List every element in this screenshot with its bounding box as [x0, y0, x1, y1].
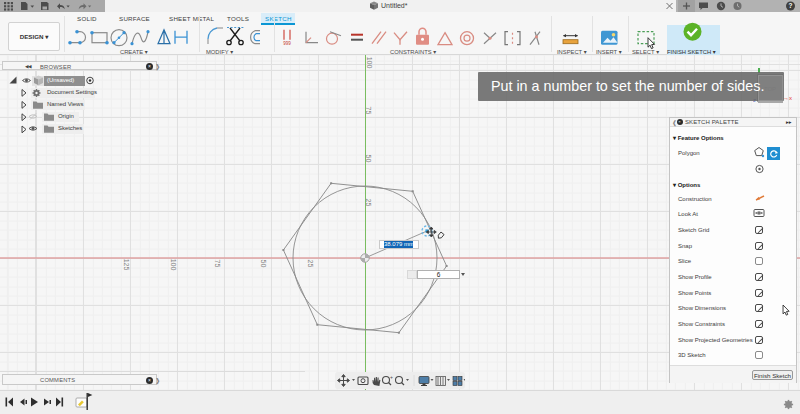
svg-text:?: ?: [789, 2, 793, 9]
svg-text:+: +: [390, 374, 393, 380]
svg-text:999: 999: [283, 41, 291, 46]
